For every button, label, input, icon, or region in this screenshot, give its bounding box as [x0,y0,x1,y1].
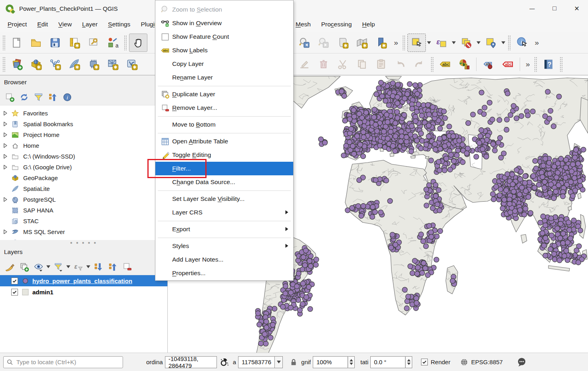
panel-splitter[interactable]: ● ● ● ● ● [0,240,167,245]
layer-item-hydro_power_plants_classification[interactable]: hydro_power_plants_classification [0,275,167,286]
current-edits-button[interactable] [295,55,314,73]
rotation-spinner[interactable] [405,356,412,368]
filter-legend-button[interactable] [51,260,66,274]
toolbar-handle[interactable] [2,57,6,72]
context-menu-item-show-labels[interactable]: abcShow Labels [155,44,293,57]
browser-properties-button[interactable]: i [60,90,74,104]
scale-combo-arrow[interactable] [275,356,283,368]
help-button[interactable]: ? [539,55,558,73]
menu-layer[interactable]: Layer [77,17,103,32]
zoom-next-button[interactable] [314,34,333,52]
extents-toggle-icon[interactable] [219,357,230,367]
layer-item-admin1[interactable]: admin1 [0,286,167,298]
save-project-button[interactable] [46,34,64,52]
lock-scale-icon[interactable] [289,358,298,367]
pan-map-button[interactable] [129,34,147,52]
toolbar-overflow-button[interactable]: » [391,38,401,47]
browser-item-project-home[interactable]: Project Home [0,129,167,140]
add-selected-layers-button[interactable] [2,90,17,104]
delete-selected-button[interactable] [314,55,333,73]
toolbar-handle[interactable] [508,35,511,50]
coordinate-input[interactable]: -10493118, 2864479 [165,356,217,368]
pin-labels-button[interactable]: ab [479,55,498,73]
layer-visibility-checkbox[interactable] [11,289,18,296]
context-menu-item-set-layer-scale-visibility[interactable]: Set Layer Scale Visibility... [155,192,293,206]
browser-item-favorites[interactable]: Favorites [0,108,167,119]
new-grass-layer-button[interactable] [103,55,122,73]
select-by-value-button[interactable] [482,34,500,52]
context-menu-item-styles[interactable]: Styles [155,239,293,253]
context-menu-item-add-layer-notes[interactable]: Add Layer Notes... [155,253,293,266]
context-menu-item-duplicate-layer[interactable]: Duplicate Layer [155,87,293,101]
browser-item-wms-wmts[interactable]: WMS/WMTS [0,237,167,240]
context-menu-item-layer-crs[interactable]: Layer CRS [155,206,293,219]
refresh-browser-button[interactable] [17,90,31,104]
render-checkbox[interactable] [421,359,428,365]
maximize-button[interactable]: □ [543,0,566,17]
menu-mesh[interactable]: Mesh [290,17,316,32]
filter-by-expression-button[interactable]: ε [71,260,85,274]
toolbar-handle[interactable] [2,35,6,50]
select-by-expression-dropdown-icon[interactable] [451,41,457,45]
expand-arrow-icon[interactable] [0,154,10,159]
rotation-input[interactable]: 0.0 ° [370,356,405,368]
new-map-view-button[interactable] [334,34,352,52]
layer-diagram-button[interactable] [455,55,473,73]
minimize-button[interactable]: — [521,0,543,17]
layer-labeling-button[interactable]: abc [436,55,454,73]
redo-button[interactable] [410,55,429,73]
browser-item-home[interactable]: Home [0,140,167,151]
locator-search-input[interactable]: Type to locate (Ctrl+K) [3,356,123,368]
filter-legend-dropdown-icon[interactable] [66,265,71,269]
toolbar-handle[interactable] [124,35,127,50]
open-layer-styling-button[interactable] [2,260,17,274]
context-menu-item-open-attribute-table[interactable]: Open Attribute Table [155,135,293,148]
menu-view[interactable]: View [53,17,77,32]
show-layout-manager-button[interactable] [84,34,103,52]
magnifier-spinner[interactable] [348,356,355,368]
select-by-value-dropdown-icon[interactable] [501,41,506,45]
menu-processing[interactable]: Processing [316,17,357,32]
crs-globe-icon[interactable] [460,358,469,367]
context-menu-item-export[interactable]: Export [155,222,293,236]
menu-project[interactable]: Project [2,17,32,32]
magnifier-input[interactable]: 100% [313,356,348,368]
select-features-dropdown-icon[interactable] [426,41,432,45]
browser-item-spatialite[interactable]: SpatiaLite [0,183,167,194]
browser-item-sap-hana[interactable]: SAP HANA [0,205,167,216]
browser-item-c-windows-ssd[interactable]: C:\ (Windows-SSD) [0,151,167,162]
browser-item-stac[interactable]: STAC [0,216,167,226]
new-project-button[interactable] [8,34,26,52]
expand-arrow-icon[interactable] [0,111,10,115]
highlight-pinned-labels-button[interactable]: abc [499,55,517,73]
copy-features-button[interactable] [353,55,371,73]
new-spatial-bookmark-button[interactable] [372,34,390,52]
context-menu-item-properties[interactable]: Properties... [155,266,293,280]
toolbar-handle[interactable] [402,35,405,50]
zoom-last-button[interactable] [295,34,314,52]
manage-map-themes-dropdown-icon[interactable] [46,265,51,269]
deselect-features-button[interactable] [457,34,475,52]
paste-features-button[interactable] [372,55,390,73]
close-button[interactable]: ✕ [566,0,588,17]
data-source-manager-button[interactable] [8,55,26,73]
expand-arrow-icon[interactable] [0,230,10,234]
toolbar-overflow-button[interactable]: » [532,38,542,47]
crs-status[interactable]: EPSG:8857 [471,359,503,365]
deselect-features-dropdown-icon[interactable] [476,41,481,45]
toolbar-overflow-button[interactable]: » [522,60,532,69]
expand-arrow-icon[interactable] [0,143,10,148]
context-menu-item-remove-layer[interactable]: Remove Layer... [155,101,293,115]
context-menu-item-copy-layer[interactable]: Copy Layer [155,57,293,71]
new-virtual-layer-button[interactable] [123,55,141,73]
messages-icon[interactable] [516,357,527,367]
context-menu-item-show-in-overview[interactable]: Show in Overview [155,16,293,30]
collapse-all-layers-button[interactable] [105,260,120,274]
new-shapefile-layer-button[interactable] [46,55,64,73]
toolbar-handle[interactable] [431,57,434,72]
expand-all-button[interactable] [91,260,105,274]
open-project-button[interactable] [27,34,45,52]
context-menu-item-move-to-bottom[interactable]: Move to Bottom [155,118,293,131]
browser-item-geopackage[interactable]: GeoPackage [0,173,167,183]
add-group-button[interactable] [17,260,31,274]
